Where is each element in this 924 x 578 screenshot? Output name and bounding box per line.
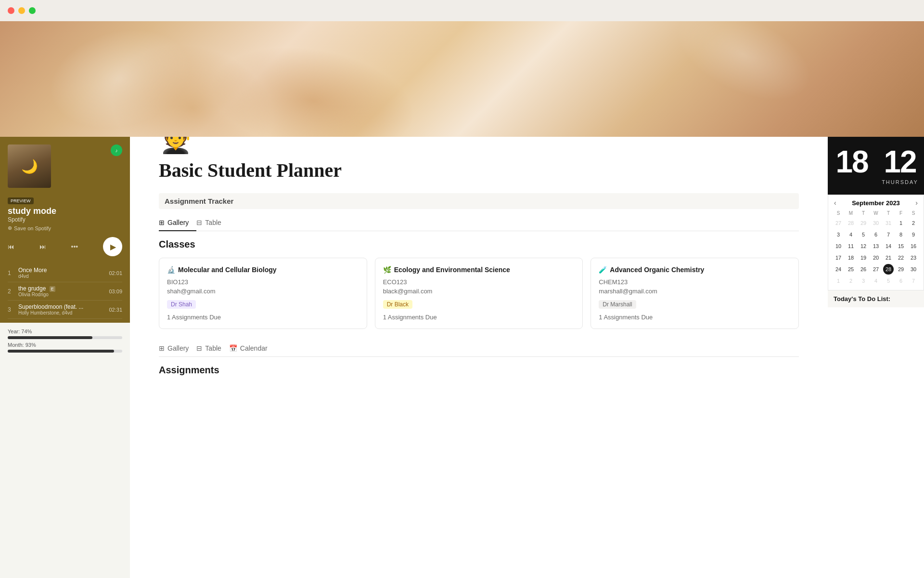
cal-day[interactable]: 28 <box>846 218 856 228</box>
gallery-tab-label: Gallery <box>167 344 189 352</box>
cal-day[interactable]: 1 <box>833 276 844 286</box>
next-button[interactable]: ⏭ <box>39 243 46 250</box>
close-button[interactable] <box>8 7 14 14</box>
cal-day[interactable]: 21 <box>883 252 894 263</box>
cal-day[interactable]: 31 <box>883 218 894 228</box>
assignment-tracker-section: Assignment Tracker ⊞ Gallery ⊟ Table Cla… <box>159 193 799 376</box>
cal-day[interactable]: 18 <box>846 252 856 263</box>
classes-grid: 🔬 Molecular and Cellular Biology BIO123 … <box>159 258 799 329</box>
class-code: CHEM123 <box>599 278 791 286</box>
track-artist: Holly Humberstone, d4vd <box>18 310 109 315</box>
class-emoji: 🧪 <box>599 266 607 274</box>
spotify-logo: ♪ <box>111 144 122 156</box>
spotify-save[interactable]: ⊕ Save on Spotify <box>8 225 122 231</box>
cal-day[interactable]: 4 <box>846 229 856 240</box>
class-badge: Dr Shah <box>167 300 196 309</box>
spotify-info: study mode Spotify ⊕ Save on Spotify <box>8 206 122 231</box>
spotify-title: study mode <box>8 206 122 216</box>
class-email: shah@gmail.com <box>167 288 359 295</box>
spotify-controls: ⏮ ⏭ ••• ▶ <box>8 237 122 256</box>
page-icon: 🧑‍🎓 <box>159 137 799 155</box>
table-icon: ⊟ <box>196 219 202 226</box>
track-list: 1 Once More d4vd 02:01 2 the grudge E Ol… <box>0 264 130 323</box>
cal-day[interactable]: 7 <box>908 276 919 286</box>
month-progress-bg <box>8 350 122 353</box>
class-badge: Dr Marshall <box>599 300 636 309</box>
class-card-chem[interactable]: 🧪 Advanced Organic Chemistry CHEM123 mar… <box>590 258 799 329</box>
cal-day[interactable]: 24 <box>833 264 844 275</box>
cal-day-today[interactable]: 28 <box>883 264 894 275</box>
tab-calendar-assignments[interactable]: 📅 Calendar <box>229 341 275 357</box>
cal-day[interactable]: 3 <box>858 276 869 286</box>
cal-day[interactable]: 4 <box>871 276 881 286</box>
cal-day[interactable]: 30 <box>908 264 919 275</box>
cal-day[interactable]: 22 <box>896 252 906 263</box>
cal-day[interactable]: 30 <box>871 218 881 228</box>
class-card-title: 🌿 Ecology and Environmental Science <box>383 266 575 274</box>
clock-minute: 12 <box>881 146 919 177</box>
cal-day[interactable]: 7 <box>883 229 894 240</box>
cal-day[interactable]: 2 <box>846 276 856 286</box>
clock-minute-block: 12 THURSDAY <box>876 137 924 195</box>
cal-day[interactable]: 8 <box>896 229 906 240</box>
track-name: Superbloodmoon (feat. ... <box>18 303 109 310</box>
class-card-title: 🔬 Molecular and Cellular Biology <box>167 266 359 274</box>
cal-day[interactable]: 20 <box>871 252 881 263</box>
main-content: 🌙 ♪ PREVIEW study mode Spotify ⊕ Save on… <box>0 137 924 578</box>
table-tab-label: Table <box>205 344 221 352</box>
prev-button[interactable]: ⏮ <box>8 243 14 250</box>
year-progress-bg <box>8 336 122 339</box>
more-button[interactable]: ••• <box>71 243 78 250</box>
calendar-next-button[interactable]: › <box>915 199 918 207</box>
assignments-title: Assignments <box>159 365 799 376</box>
tab-table-assignments[interactable]: ⊟ Table <box>196 341 229 357</box>
cal-day[interactable]: 11 <box>846 241 856 251</box>
cal-day[interactable]: 17 <box>833 252 844 263</box>
track-item[interactable]: 2 the grudge E Olivia Rodrigo 03:09 <box>8 282 122 301</box>
track-info: Superbloodmoon (feat. ... Holly Humberst… <box>18 303 109 315</box>
cal-day[interactable]: 2 <box>908 218 919 228</box>
track-item[interactable]: 1 Once More d4vd 02:01 <box>8 264 122 282</box>
track-item[interactable]: 3 Superbloodmoon (feat. ... Holly Humber… <box>8 301 122 319</box>
cal-day[interactable]: 10 <box>833 241 844 251</box>
cal-day[interactable]: 23 <box>908 252 919 263</box>
cal-day[interactable]: 15 <box>896 241 906 251</box>
cal-day[interactable]: 14 <box>883 241 894 251</box>
tab-gallery-assignments[interactable]: ⊞ Gallery <box>159 341 196 357</box>
cal-day[interactable]: 29 <box>896 264 906 275</box>
cal-day[interactable]: 16 <box>908 241 919 251</box>
gallery-icon: ⊞ <box>159 219 165 226</box>
cal-day[interactable]: 13 <box>871 241 881 251</box>
cal-day[interactable]: 6 <box>896 276 906 286</box>
cal-day[interactable]: 27 <box>833 218 844 228</box>
track-name: Once More <box>18 267 109 274</box>
year-progress-fill <box>8 336 92 339</box>
clock-hour: 18 <box>833 146 871 177</box>
calendar-prev-button[interactable]: ‹ <box>834 199 836 207</box>
month-progress-label: Month: 93% <box>8 342 122 348</box>
gallery-icon: ⊞ <box>159 344 165 352</box>
class-card-eco[interactable]: 🌿 Ecology and Environmental Science ECO1… <box>375 258 583 329</box>
cal-day[interactable]: 5 <box>883 276 894 286</box>
class-card-bio[interactable]: 🔬 Molecular and Cellular Biology BIO123 … <box>159 258 367 329</box>
play-button[interactable]: ▶ <box>103 237 122 256</box>
minimize-button[interactable] <box>18 7 25 14</box>
cal-day[interactable]: 29 <box>858 218 869 228</box>
cal-day[interactable]: 5 <box>858 229 869 240</box>
spotify-subtitle: Spotify <box>8 216 122 223</box>
month-progress-fill <box>8 350 114 353</box>
cal-day[interactable]: 19 <box>858 252 869 263</box>
cal-day[interactable]: 25 <box>846 264 856 275</box>
cal-day[interactable]: 6 <box>871 229 881 240</box>
cal-day[interactable]: 26 <box>858 264 869 275</box>
cal-day[interactable]: 27 <box>871 264 881 275</box>
cal-day[interactable]: 1 <box>896 218 906 228</box>
cal-day[interactable]: 3 <box>833 229 844 240</box>
album-art-inner: 🌙 <box>8 144 51 188</box>
progress-section: Year: 74% Month: 93% <box>0 323 130 361</box>
tab-table-classes[interactable]: ⊟ Table <box>196 215 229 231</box>
cal-day[interactable]: 12 <box>858 241 869 251</box>
tab-gallery-classes[interactable]: ⊞ Gallery <box>159 215 196 231</box>
cal-day[interactable]: 9 <box>908 229 919 240</box>
maximize-button[interactable] <box>29 7 36 14</box>
